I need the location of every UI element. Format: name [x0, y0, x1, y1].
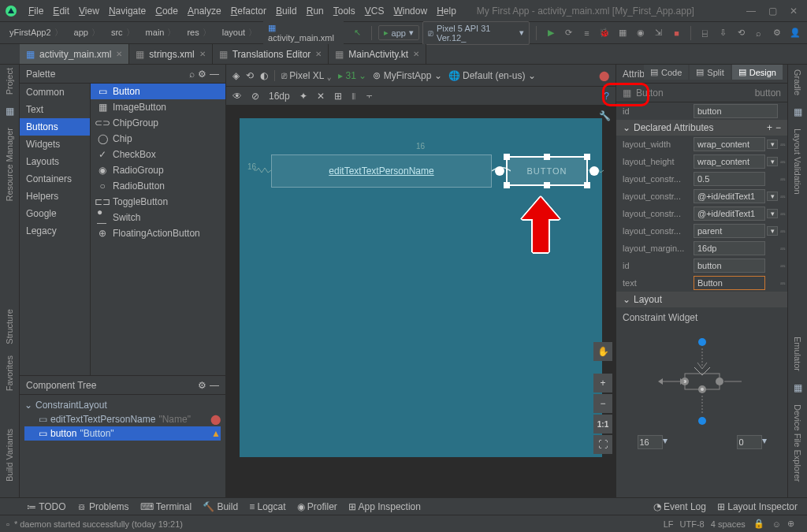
layout-header[interactable]: ⌄ Layout — [616, 292, 787, 307]
menu-file[interactable]: File — [24, 4, 48, 18]
error-indicator-icon[interactable]: ⬤ — [599, 70, 609, 81]
status-icon[interactable]: ▫ — [6, 519, 9, 529]
pin-icon[interactable]: ⎓ — [778, 192, 787, 201]
menu-build[interactable]: Build — [271, 4, 302, 18]
crumb[interactable]: app — [69, 25, 106, 40]
pin-icon[interactable]: ⎓ — [778, 244, 787, 253]
zoom-in-icon[interactable]: + — [593, 374, 612, 392]
encoding-indicator[interactable]: UTF-8 — [680, 519, 705, 529]
attribute-input[interactable] — [694, 206, 765, 221]
add-icon[interactable]: + — [767, 122, 772, 133]
settings-icon[interactable]: ⚙ — [769, 25, 784, 41]
expand-icon[interactable]: ⛶ — [593, 435, 612, 454]
tool-window-gradle[interactable]: Gradle — [793, 69, 802, 95]
design-canvas-area[interactable]: 🔧 16 16 editTextTextPersonName BUTTON — [226, 106, 615, 497]
tool-window-layout-validation[interactable]: Layout Validation — [793, 128, 802, 195]
palette-category[interactable]: Containers — [20, 170, 90, 188]
sync-icon[interactable]: ⟲ — [734, 25, 749, 41]
bottom-tool-build[interactable]: 🔨 Build — [203, 501, 238, 512]
magnet-icon[interactable]: ⊘ — [251, 91, 259, 102]
id-input[interactable] — [694, 104, 778, 118]
menu-code[interactable]: Code — [151, 4, 183, 18]
crumb[interactable]: res — [182, 25, 217, 40]
minimize-icon[interactable]: — — [746, 6, 756, 17]
menu-tools[interactable]: Tools — [329, 4, 360, 18]
minimize-panel-icon[interactable]: — — [210, 69, 219, 80]
menu-run[interactable]: Run — [302, 4, 329, 18]
pin-icon[interactable]: ⎓ — [778, 157, 787, 166]
margin-right-input[interactable] — [737, 435, 762, 449]
tool-window-device-file-explorer[interactable]: Device File Explorer — [793, 404, 802, 482]
menu-window[interactable]: Window — [389, 4, 432, 18]
breadcrumb[interactable]: yFirstApp2appsrcmainreslayout▦ activity_… — [5, 21, 344, 44]
palette-item[interactable]: ▦ImageButton — [91, 99, 225, 115]
guideline-icon[interactable]: ⫟ — [365, 91, 374, 102]
menu-analyze[interactable]: Analyze — [183, 4, 226, 18]
palette-category[interactable]: Legacy — [20, 222, 90, 240]
apply-changes-icon[interactable]: ⟳ — [561, 25, 576, 41]
bottom-tool-todo[interactable]: ≔ TODO — [27, 501, 66, 512]
zoom-fit-icon[interactable]: 1:1 — [593, 415, 612, 433]
palette-category[interactable]: Helpers — [20, 188, 90, 205]
pin-icon[interactable]: ⎓ — [778, 226, 787, 236]
bottom-tool-profiler[interactable]: ◉ Profiler — [297, 501, 337, 512]
gear-icon[interactable]: ⚙ — [198, 380, 206, 391]
tool-window-favorites[interactable]: Favorites — [5, 355, 14, 391]
palette-item[interactable]: ◉RadioGroup — [91, 162, 225, 178]
file-tab[interactable]: ▦activity_main.xml✕ — [20, 44, 129, 64]
debug-icon[interactable]: 🐞 — [597, 25, 612, 41]
minimize-panel-icon[interactable]: — — [210, 380, 219, 391]
bottom-tool-terminal[interactable]: ⌨ Terminal — [140, 501, 192, 512]
pack-icon[interactable]: ⫴ — [351, 91, 355, 102]
margin-left-input[interactable] — [638, 435, 663, 449]
surface-icon[interactable]: ◈ — [232, 70, 240, 81]
attribute-input[interactable] — [694, 189, 765, 203]
clear-icon[interactable]: ✕ — [317, 91, 325, 102]
tree-item[interactable]: ▭ button "Button"▲ — [24, 426, 221, 441]
locale-combo[interactable]: 🌐 Default (en-us) ⌄ — [448, 70, 536, 81]
crumb[interactable]: ▦ activity_main.xml — [263, 21, 344, 44]
dropdown-icon[interactable]: ▾ — [767, 157, 778, 166]
declared-attributes-header[interactable]: ⌄ Declared Attributes + − — [616, 120, 787, 136]
palette-category[interactable]: Layouts — [20, 153, 90, 170]
dropdown-icon[interactable]: ▾ — [767, 226, 778, 236]
tool-window-project[interactable]: Project — [5, 68, 14, 95]
remove-icon[interactable]: − — [775, 122, 781, 133]
menu-vcs[interactable]: VCS — [360, 4, 389, 18]
menu-edit[interactable]: Edit — [48, 4, 74, 18]
api-combo[interactable]: ▸ 31 ⌄ — [338, 70, 366, 81]
pin-icon[interactable]: ⎓ — [778, 261, 787, 270]
attribute-input[interactable] — [694, 154, 765, 169]
dropdown-icon[interactable]: ▾ — [767, 140, 778, 149]
palette-category[interactable]: Google — [20, 205, 90, 222]
dropdown-icon[interactable]: ▾ — [767, 209, 778, 218]
palette-item[interactable]: ◯Chip — [91, 131, 225, 147]
theme-combo[interactable]: ⊚ MyFirstApp ⌄ — [373, 70, 441, 81]
bottom-tool-logcat[interactable]: ≡ Logcat — [249, 501, 285, 512]
menu-view[interactable]: View — [74, 4, 104, 18]
indent-indicator[interactable]: 4 spaces — [711, 519, 746, 529]
view-mode-code[interactable]: ▤ Code — [644, 65, 688, 80]
palette-category[interactable]: Common — [20, 84, 90, 101]
run-config-combo[interactable]: ▸app▾ — [378, 25, 419, 40]
zoom-out-icon[interactable]: − — [593, 394, 612, 413]
tool-window-structure[interactable]: Structure — [5, 309, 14, 344]
edittext-widget[interactable]: editTextTextPersonName — [271, 154, 492, 188]
default-margin[interactable]: 16dp — [269, 91, 290, 102]
maximize-icon[interactable]: ▢ — [768, 6, 777, 17]
eye-icon[interactable]: 👁 — [232, 91, 242, 102]
palette-category[interactable]: Text — [20, 101, 90, 118]
pin-icon[interactable]: ⎓ — [778, 209, 787, 218]
align-icon[interactable]: ⊞ — [334, 91, 342, 102]
tool-window-emulator[interactable]: Emulator — [793, 337, 802, 371]
attribute-input[interactable] — [694, 241, 765, 255]
tool-window-resource-manager[interactable]: Resource Manager — [5, 128, 14, 202]
file-tab[interactable]: ▦Translations Editor✕ — [213, 44, 329, 64]
pin-icon[interactable]: ⎓ — [778, 278, 787, 288]
attribute-input[interactable] — [694, 259, 765, 273]
crumb[interactable]: yFirstApp2 — [5, 25, 69, 40]
bottom-tool-problems[interactable]: ⦻ Problems — [77, 501, 129, 512]
component-tree[interactable]: ⌄ ConstraintLayout ▭ editTextTextPersonN… — [20, 395, 225, 497]
orientation-icon[interactable]: ⟲ — [246, 70, 254, 81]
attribute-input[interactable] — [694, 137, 765, 151]
